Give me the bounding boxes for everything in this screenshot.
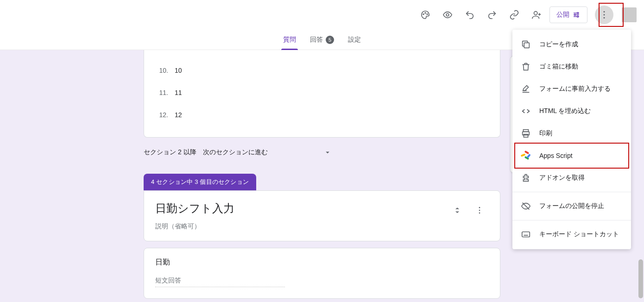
menu-stop-publish[interactable]: フォームの公開を停止 bbox=[512, 195, 631, 217]
collapse-icon[interactable] bbox=[448, 201, 467, 220]
menu-prefill-label: フォームに事前入力する bbox=[539, 85, 611, 93]
print-icon bbox=[521, 128, 531, 138]
svg-point-0 bbox=[423, 14, 424, 15]
extension-icon bbox=[521, 173, 531, 183]
section-chip: 4 セクション中 3 個目のセクション bbox=[144, 174, 256, 190]
svg-point-1 bbox=[425, 13, 426, 13]
visibility-off-icon bbox=[521, 201, 531, 211]
option-text: 10 bbox=[175, 67, 182, 74]
chevron-down-icon bbox=[323, 148, 332, 157]
tab-questions[interactable]: 質問 bbox=[283, 30, 296, 50]
svg-point-4 bbox=[534, 12, 537, 15]
section-title[interactable]: 日勤シフト入力 bbox=[155, 201, 234, 216]
scrollbar-thumb[interactable] bbox=[638, 259, 643, 298]
more-menu: コピーを作成 ゴミ箱に移動 フォームに事前入力する HTML を埋め込む 印刷 … bbox=[512, 30, 631, 249]
header-actions: 公開 bbox=[416, 6, 637, 24]
options-card: 10. 10 11. 11 12. 12 bbox=[144, 50, 500, 138]
responses-count-badge: 5 bbox=[326, 36, 334, 44]
header: 公開 bbox=[0, 0, 644, 30]
tab-responses-label: 回答 bbox=[310, 36, 323, 44]
section-nav-label: セクション 2 以降 bbox=[144, 148, 196, 157]
svg-point-17 bbox=[479, 207, 480, 208]
question-card[interactable]: 日勤 短文回答 bbox=[144, 248, 500, 299]
section-description[interactable]: 説明（省略可） bbox=[155, 222, 234, 231]
menu-stop-publish-label: フォームの公開を停止 bbox=[539, 202, 604, 210]
svg-point-9 bbox=[604, 14, 605, 16]
menu-trash-label: ゴミ箱に移動 bbox=[539, 63, 578, 71]
menu-copy-label: コピーを作成 bbox=[539, 40, 578, 49]
menu-prefill[interactable]: フォームに事前入力する bbox=[512, 78, 631, 100]
link-icon[interactable] bbox=[505, 6, 524, 24]
publish-label: 公開 bbox=[556, 11, 569, 19]
option-text: 12 bbox=[175, 111, 182, 119]
publish-button[interactable]: 公開 bbox=[549, 6, 587, 23]
option-row[interactable]: 12. 12 bbox=[155, 104, 489, 126]
menu-shortcuts[interactable]: キーボード ショートカット bbox=[512, 223, 631, 245]
menu-addons-label: アドオンを取得 bbox=[539, 174, 585, 182]
svg-rect-24 bbox=[522, 232, 530, 237]
copy-icon bbox=[521, 39, 531, 50]
menu-shortcuts-label: キーボード ショートカット bbox=[539, 230, 619, 239]
option-number: 11. bbox=[155, 89, 168, 96]
more-button[interactable] bbox=[595, 6, 613, 24]
edit-icon bbox=[521, 84, 531, 94]
svg-point-10 bbox=[604, 17, 605, 19]
menu-print[interactable]: 印刷 bbox=[512, 122, 631, 145]
svg-point-6 bbox=[575, 14, 576, 16]
apps-script-icon bbox=[521, 151, 531, 161]
code-icon bbox=[521, 106, 531, 116]
svg-point-18 bbox=[479, 210, 480, 211]
option-number: 12. bbox=[155, 111, 168, 119]
menu-trash[interactable]: ゴミ箱に移動 bbox=[512, 56, 631, 78]
option-text: 11 bbox=[175, 89, 182, 96]
menu-addons[interactable]: アドオンを取得 bbox=[512, 167, 631, 189]
option-row[interactable]: 11. 11 bbox=[155, 82, 489, 104]
eye-icon[interactable] bbox=[438, 6, 457, 24]
svg-rect-20 bbox=[524, 43, 529, 48]
svg-point-2 bbox=[427, 14, 428, 15]
menu-embed-label: HTML を埋め込む bbox=[539, 107, 591, 115]
section-nav-select[interactable]: 次のセクションに進む bbox=[203, 144, 332, 161]
svg-point-8 bbox=[604, 11, 605, 13]
section-3: 4 セクション中 3 個目のセクション 日勤シフト入力 説明（省略可） bbox=[144, 174, 500, 241]
keyboard-icon bbox=[521, 229, 531, 239]
option-row[interactable]: 10. 10 bbox=[155, 59, 489, 82]
menu-apps-script-label: Apps Script bbox=[539, 152, 573, 159]
section-nav-value: 次のセクションに進む bbox=[203, 148, 268, 157]
redo-icon[interactable] bbox=[483, 6, 501, 24]
tab-responses[interactable]: 回答 5 bbox=[310, 30, 334, 50]
undo-icon[interactable] bbox=[461, 6, 479, 24]
question-title[interactable]: 日勤 bbox=[155, 258, 489, 267]
menu-copy[interactable]: コピーを作成 bbox=[512, 33, 631, 56]
menu-separator bbox=[512, 220, 631, 220]
section-title-card[interactable]: 日勤シフト入力 説明（省略可） bbox=[144, 190, 500, 241]
section-navigation: セクション 2 以降 次のセクションに進む bbox=[144, 144, 500, 161]
palette-icon[interactable] bbox=[416, 6, 435, 24]
section-more-icon[interactable] bbox=[470, 201, 489, 220]
trash-icon bbox=[521, 62, 531, 72]
menu-print-label: 印刷 bbox=[539, 129, 552, 138]
tab-questions-label: 質問 bbox=[283, 36, 296, 44]
more-vert-icon bbox=[599, 10, 609, 20]
option-number: 10. bbox=[155, 67, 168, 74]
short-answer-placeholder: 短文回答 bbox=[155, 277, 285, 287]
svg-point-5 bbox=[577, 13, 579, 14]
menu-separator bbox=[512, 192, 631, 192]
avatar[interactable] bbox=[622, 7, 637, 22]
menu-embed[interactable]: HTML を埋め込む bbox=[512, 100, 631, 122]
svg-rect-23 bbox=[524, 134, 528, 137]
tab-settings[interactable]: 設定 bbox=[348, 30, 361, 50]
tab-settings-label: 設定 bbox=[348, 36, 361, 44]
svg-point-3 bbox=[446, 13, 449, 16]
person-add-icon[interactable] bbox=[527, 6, 546, 24]
svg-point-7 bbox=[577, 16, 579, 17]
tune-icon bbox=[572, 11, 581, 19]
svg-point-19 bbox=[479, 213, 480, 214]
menu-apps-script[interactable]: Apps Script bbox=[512, 145, 631, 167]
